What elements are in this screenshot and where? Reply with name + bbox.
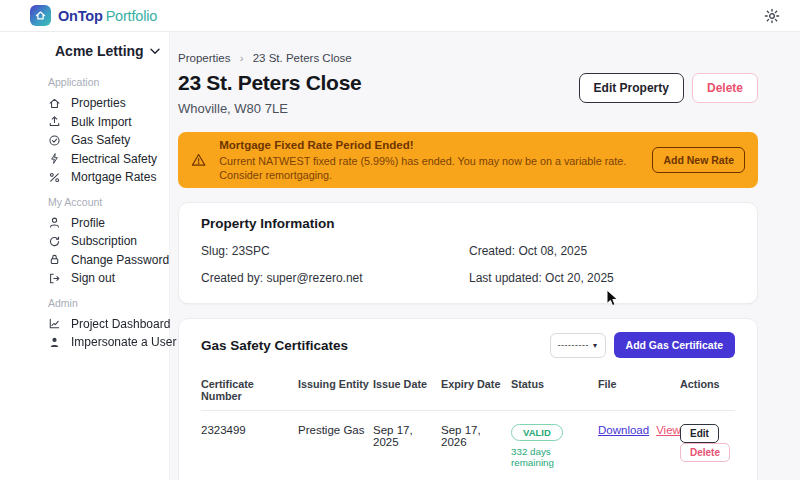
sidebar-item-label: Project Dashboard [71, 317, 170, 331]
sidebar-item-label: Properties [71, 96, 126, 110]
user-icon [48, 216, 61, 229]
app-logo[interactable]: OnTopPortfolio [30, 5, 157, 26]
upload-icon [48, 115, 61, 128]
col-status: Status [511, 371, 598, 398]
sidebar-item-change-password[interactable]: Change Password [48, 251, 169, 270]
alert-title: Mortgage Fixed Rate Period Ended! [219, 138, 639, 153]
gas-certificates-table: Certificate Number Issuing Entity Issue … [201, 371, 735, 480]
theme-toggle-button[interactable] [764, 8, 780, 24]
gas-certificates-card: Gas Safety Certificates --------- ▾ Add … [178, 318, 758, 480]
breadcrumb-properties[interactable]: Properties [178, 52, 230, 64]
sidebar-item-sign-out[interactable]: Sign out [48, 269, 169, 288]
sidebar-nav: Application Properties Bulk Import Gas S… [0, 63, 169, 352]
gas-table-header: Certificate Number Issuing Entity Issue … [201, 371, 735, 411]
col-file: File [598, 371, 680, 398]
delete-certificate-button[interactable]: Delete [680, 443, 730, 462]
home-logo-icon [30, 5, 51, 26]
sidebar-item-properties[interactable]: Properties [48, 94, 169, 113]
col-expiry-date: Expiry Date [441, 371, 511, 398]
sun-icon [764, 8, 780, 24]
breadcrumb-current: 23 St. Peters Close [253, 52, 352, 64]
col-issuing-entity: Issuing Entity [298, 371, 373, 398]
created-by-field: Created by: super@rezero.net [201, 269, 469, 288]
last-updated-value: Oct 20, 2025 [545, 271, 614, 285]
brand-primary: OnTop [58, 8, 103, 24]
issuing-entity-cell: Prestige Gas [298, 411, 373, 450]
lock-icon [48, 253, 61, 266]
edit-certificate-button[interactable]: Edit [680, 424, 719, 443]
mortgage-alert-banner: Mortgage Fixed Rate Period Ended! Curren… [178, 132, 758, 188]
slug-label: Slug: [201, 244, 228, 258]
warning-triangle-icon [191, 151, 206, 169]
sidebar-item-label: Gas Safety [71, 133, 130, 147]
delete-property-button[interactable]: Delete [692, 73, 758, 103]
add-gas-certificate-button[interactable]: Add Gas Certificate [614, 332, 735, 358]
sidebar-item-label: Mortgage Rates [71, 170, 156, 184]
slug-value: 23SPC [232, 244, 270, 258]
sidebar-item-project-dashboard[interactable]: Project Dashboard [48, 315, 169, 334]
sidebar-item-impersonate-user[interactable]: Impersonate a User [48, 333, 169, 352]
breadcrumb-separator: › [240, 52, 244, 64]
sidebar-item-label: Subscription [71, 234, 137, 248]
brand-text: OnTopPortfolio [58, 8, 157, 24]
sidebar-item-label: Impersonate a User [71, 335, 176, 349]
sidebar-item-mortgage-rates[interactable]: Mortgage Rates [48, 168, 169, 187]
gas-filter-value: --------- [558, 340, 589, 350]
top-bar: OnTopPortfolio [0, 0, 800, 32]
section-label-application: Application [48, 76, 169, 88]
check-circle-icon [48, 134, 61, 147]
last-updated-label: Last updated: [469, 271, 542, 285]
sidebar-item-profile[interactable]: Profile [48, 214, 169, 233]
sidebar-item-label: Bulk Import [71, 115, 132, 129]
property-information-title: Property Information [201, 216, 735, 231]
download-link[interactable]: Download [598, 424, 649, 436]
bolt-icon [48, 152, 61, 165]
status-badge: VALID [511, 424, 563, 441]
sidebar-item-electrical-safety[interactable]: Electrical Safety [48, 150, 169, 169]
breadcrumb: Properties › 23 St. Peters Close [178, 52, 758, 64]
col-actions: Actions [680, 371, 735, 398]
chart-icon [48, 317, 61, 330]
percent-icon [48, 171, 61, 184]
file-cell: DownloadView [598, 411, 680, 450]
cert-number-cell: 2323499 [201, 411, 298, 450]
home-icon [48, 97, 61, 110]
issue-date-cell: Sep 17, 2025 [373, 411, 441, 462]
col-certificate-number: Certificate Number [201, 371, 298, 410]
created-field: Created: Oct 08, 2025 [469, 242, 735, 261]
sidebar-item-subscription[interactable]: Subscription [48, 232, 169, 251]
sidebar-item-bulk-import[interactable]: Bulk Import [48, 113, 169, 132]
sidebar-item-label: Change Password [71, 253, 169, 267]
section-label-my-account: My Account [48, 196, 169, 208]
created-by-label: Created by: [201, 271, 263, 285]
impersonate-icon [48, 336, 61, 349]
gas-filter-select[interactable]: --------- ▾ [550, 333, 606, 358]
col-issue-date: Issue Date [373, 371, 441, 398]
created-label: Created: [469, 244, 515, 258]
last-updated-field: Last updated: Oct 20, 2025 [469, 269, 735, 288]
sidebar-item-gas-safety[interactable]: Gas Safety [48, 131, 169, 150]
created-by-value: super@rezero.net [266, 271, 362, 285]
main-content: Properties › 23 St. Peters Close 23 St. … [170, 32, 800, 480]
gas-certificates-title: Gas Safety Certificates [201, 338, 348, 353]
gas-table-row: 2323499 Prestige Gas Sep 17, 2025 Sep 17… [201, 411, 735, 480]
sidebar-item-label: Profile [71, 216, 105, 230]
created-value: Oct 08, 2025 [518, 244, 587, 258]
chevron-down-icon [150, 48, 160, 55]
view-link[interactable]: View [656, 424, 681, 436]
add-new-rate-button[interactable]: Add New Rate [652, 147, 745, 173]
sidebar: Acme Letting Application Properties Bulk… [0, 32, 170, 480]
property-information-card: Property Information Slug: 23SPC Created… [178, 202, 758, 304]
section-label-admin: Admin [48, 297, 169, 309]
refresh-icon [48, 235, 61, 248]
sidebar-item-label: Electrical Safety [71, 152, 157, 166]
sidebar-item-label: Sign out [71, 271, 115, 285]
expiry-date-cell: Sep 17, 2026 [441, 411, 511, 462]
property-address: Whoville, W80 7LE [178, 101, 361, 116]
edit-property-button[interactable]: Edit Property [579, 73, 684, 103]
alert-message: Current NATWEST fixed rate (5.99%) has e… [219, 154, 639, 182]
status-cell: VALID 332 days remaining [511, 411, 598, 480]
org-switcher[interactable]: Acme Letting [0, 32, 169, 63]
brand-secondary: Portfolio [106, 8, 157, 24]
days-remaining: 332 days remaining [511, 446, 594, 468]
